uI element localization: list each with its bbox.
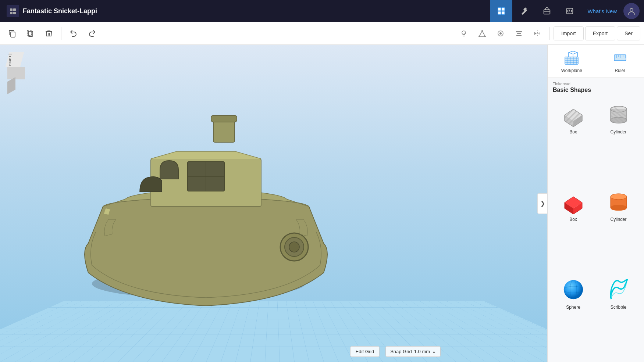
snap-value: 1.0 mm: [414, 349, 430, 354]
export-button[interactable]: Export: [585, 26, 615, 40]
menu-icon: [9, 7, 17, 15]
nav-design-button[interactable]: [490, 0, 512, 22]
cylinder-gray-svg: [606, 102, 631, 127]
undo-button[interactable]: [65, 25, 82, 42]
workplane-icon-container: [563, 50, 580, 66]
whats-new-button[interactable]: What's New: [581, 8, 623, 14]
shape-cylinder-orange[interactable]: Cylinder: [597, 186, 640, 270]
snap-value-button[interactable]: ▲: [432, 349, 436, 354]
shape-solid-button[interactable]: [492, 25, 509, 42]
svg-rect-0: [10, 8, 13, 11]
brand-area: Fantastic Snicket-Lappi: [0, 5, 125, 17]
top-navigation: Fantastic Snicket-Lappi: [0, 0, 644, 22]
3d-viewport[interactable]: RIGHT |: [0, 45, 547, 362]
copy-icon: [8, 29, 17, 38]
ruler-icon: [612, 50, 628, 66]
import-button[interactable]: Import: [554, 26, 584, 40]
align-button[interactable]: [510, 25, 527, 42]
scribble-svg: [606, 277, 631, 302]
user-icon: [627, 7, 636, 15]
user-avatar-button[interactable]: [623, 3, 640, 19]
delete-button[interactable]: [40, 25, 57, 42]
svg-rect-37: [211, 115, 237, 122]
undo-icon: [69, 29, 78, 38]
panel-tools: Workplane Ruler: [548, 45, 644, 78]
box-gray-svg: [561, 102, 586, 127]
cylinder-gray-label: Cylinder: [610, 129, 626, 135]
ruler-button[interactable]: Ruler: [596, 45, 644, 78]
viewport-footer: Edit Grid Snap Grid 1.0 mm ▲: [350, 346, 441, 357]
sphere-blue-icon: [561, 277, 586, 302]
svg-point-14: [630, 8, 633, 11]
trash-icon: [45, 29, 53, 38]
light-toggle-button[interactable]: [455, 25, 472, 42]
shape-outline-icon: [478, 29, 486, 37]
svg-rect-4: [498, 8, 501, 11]
copy-button[interactable]: [4, 25, 21, 42]
workplane-label: Workplane: [561, 68, 582, 73]
shapes-grid: Box: [548, 95, 644, 362]
sphere-blue-label: Sphere: [566, 305, 580, 310]
shape-box-red[interactable]: Box: [552, 186, 594, 270]
mirror-icon: [533, 29, 541, 37]
snap-grid-label: Snap Grid: [390, 349, 412, 354]
shape-outline-button[interactable]: [474, 25, 491, 42]
cylinder-gray-icon: [606, 101, 631, 127]
suitcase-icon: [542, 7, 551, 15]
light-bulb-icon: [460, 29, 468, 37]
cylinder-orange-label: Cylinder: [610, 217, 626, 222]
svg-rect-47: [614, 55, 626, 61]
cube-front-face: RIGHT |: [7, 67, 25, 79]
shapes-header: Tinkercad Basic Shapes: [548, 78, 644, 95]
shape-sphere-blue[interactable]: Sphere: [552, 274, 594, 358]
toolbar-right: Import Export Ser: [455, 25, 640, 42]
mirror-button[interactable]: [529, 25, 546, 42]
svg-rect-1: [13, 8, 16, 11]
toolbar-sep-2: [549, 27, 550, 40]
svg-point-69: [611, 194, 627, 200]
right-panel: Workplane Ruler Ti: [547, 45, 644, 362]
svg-point-23: [499, 32, 502, 35]
hammer-icon: [520, 7, 529, 15]
send-button[interactable]: Ser: [617, 26, 640, 40]
scribble-label: Scribble: [611, 305, 626, 310]
svg-rect-5: [502, 8, 505, 11]
workplane-button[interactable]: Workplane: [548, 45, 596, 78]
shape-solid-icon: [497, 29, 505, 37]
svg-rect-16: [28, 31, 33, 36]
boat-svg: [51, 67, 360, 317]
svg-rect-25: [517, 33, 521, 34]
ruler-icon-container: [612, 50, 628, 66]
scribble-icon: [606, 277, 631, 302]
orientation-cube[interactable]: RIGHT |: [7, 52, 32, 77]
shape-cylinder-gray[interactable]: Cylinder: [597, 98, 640, 183]
svg-point-18: [462, 31, 466, 35]
nav-gallery-button[interactable]: [536, 0, 558, 22]
redo-button[interactable]: [83, 25, 100, 42]
svg-point-19: [481, 30, 483, 32]
nav-build-button[interactable]: [513, 0, 535, 22]
svg-point-70: [564, 280, 583, 299]
nav-code-button[interactable]: [559, 0, 581, 22]
svg-rect-7: [502, 11, 505, 14]
project-title: Fantastic Snicket-Lappi: [23, 7, 97, 15]
redo-icon: [88, 29, 96, 38]
menu-button[interactable]: [7, 5, 19, 17]
code-brackets-icon: [565, 7, 574, 15]
cylinder-orange-icon: [606, 189, 631, 215]
svg-point-68: [611, 205, 627, 211]
panel-collapse-button[interactable]: ❯: [537, 193, 548, 214]
duplicate-button[interactable]: [22, 25, 39, 42]
duplicate-icon: [26, 29, 35, 38]
toolbar-sep-1: [61, 27, 61, 40]
nav-tools: [490, 0, 581, 22]
shape-scribble[interactable]: Scribble: [597, 274, 640, 358]
shapes-provider: Tinkercad: [553, 82, 639, 86]
snap-grid-control: Snap Grid 1.0 mm ▲: [385, 346, 441, 357]
edit-grid-button[interactable]: Edit Grid: [350, 346, 380, 357]
shape-box-gray[interactable]: Box: [552, 98, 594, 183]
cube-right-label: RIGHT |: [8, 54, 12, 66]
box-red-icon: [561, 189, 586, 215]
align-icon: [515, 29, 523, 37]
svg-point-21: [484, 36, 486, 37]
